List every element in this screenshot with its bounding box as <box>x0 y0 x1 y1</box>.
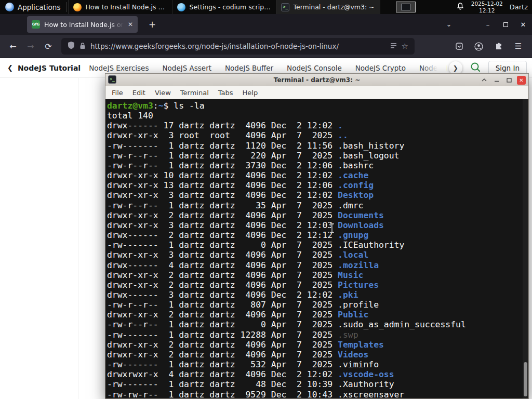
url-bar[interactable]: https://www.geeksforgeeks.org/node-js/in… <box>61 38 415 55</box>
terminal-body[interactable]: dartz@vm3:~$ ls -latotal 140drwx------ 1… <box>105 99 528 398</box>
close-button[interactable]: ✕ <box>517 76 526 85</box>
applications-label: Applications <box>18 3 60 11</box>
sitenav-item-assert[interactable]: NodeJS Assert <box>162 64 211 72</box>
minimize-button[interactable] <box>492 76 501 85</box>
terminal-line: drwxr-xr-x 13 dartz dartz 4096 Dec 2 12:… <box>107 180 528 190</box>
terminal-icon: >_ <box>281 3 289 11</box>
terminal-line: drwxr-xr-x 3 root root 4096 Apr 7 2025 .… <box>107 130 528 140</box>
taskbar-item-label: Settings - codium script... <box>189 3 271 11</box>
panel-clock[interactable]: 2025-12-02 12:12 <box>471 1 503 14</box>
search-icon[interactable] <box>470 62 481 74</box>
taskbar-item-firefox[interactable]: How to Install Node.js o... <box>68 0 172 14</box>
terminal-line: dartz@vm3:~$ ls -la <box>107 101 528 111</box>
geeksforgeeks-favicon: GfG <box>32 20 40 29</box>
terminal-line: -rw-rw-r-- 1 dartz dartz 9529 Dec 2 10:4… <box>107 390 528 398</box>
terminal-icon: >_ <box>108 75 116 84</box>
panel-separator <box>66 2 67 12</box>
terminal-line: drwxr-xr-x 2 dartz dartz 4096 Apr 7 2025… <box>107 350 528 360</box>
terminal-window: >_ Terminal - dartz@vm3: ~ ✕ File Edit V… <box>105 73 529 399</box>
terminal-line: -rw-r--r-- 1 dartz dartz 807 Apr 7 2025 … <box>107 300 528 310</box>
terminal-line: drwx------ 4 dartz dartz 4096 Apr 7 2025… <box>107 260 528 270</box>
taskbar-item-codium[interactable]: Settings - codium script... <box>172 0 276 14</box>
maximize-button[interactable] <box>497 14 514 35</box>
terminal-line: drwxr-xr-x 2 dartz dartz 4096 Apr 7 2025… <box>107 310 528 320</box>
menu-view[interactable]: View <box>150 88 176 98</box>
terminal-line: drwxrwxr-x 4 dartz dartz 4096 Dec 2 12:0… <box>107 369 528 379</box>
terminal-line: -rw------- 1 dartz dartz 532 Apr 7 2025 … <box>107 360 528 369</box>
new-tab-button[interactable]: + <box>146 18 158 31</box>
terminal-output: dartz@vm3:~$ ls -latotal 140drwx------ 1… <box>107 101 528 398</box>
sitenav-item-buffer[interactable]: NodeJS Buffer <box>225 64 273 72</box>
terminal-line: drwx------ 3 dartz dartz 4096 Dec 2 12:0… <box>107 290 528 300</box>
forward-button[interactable]: → <box>23 38 38 54</box>
window-taskbar: How to Install Node.js o... Settings - c… <box>68 0 380 14</box>
minimize-button[interactable]: – <box>479 14 497 35</box>
terminal-line: -rw------- 1 dartz dartz 0 Apr 7 2025 .I… <box>107 240 528 250</box>
sitenav-item-crypto[interactable]: NodeJS Crypto <box>355 64 406 72</box>
tab-close-icon[interactable]: ✕ <box>128 21 133 28</box>
taskbar-item-label: Terminal - dartz@vm3: ~ <box>293 3 374 11</box>
reader-mode-icon[interactable] <box>390 42 397 51</box>
sitenav-item-console[interactable]: NodeJS Console <box>287 64 342 72</box>
clock-date: 2025-12-02 <box>471 1 503 7</box>
panel-status-area: 2025-12-02 12:12 Dartz <box>456 0 532 14</box>
user-menu[interactable]: Dartz <box>510 3 528 11</box>
maximize-button[interactable] <box>504 76 513 85</box>
terminal-line: -rw------- 1 dartz dartz 48 Dec 2 10:39 … <box>107 379 528 389</box>
menu-icon[interactable]: ☰ <box>511 39 526 54</box>
terminal-line: -rw-r--r-- 1 dartz dartz 3730 Dec 2 12:0… <box>107 161 528 170</box>
menu-help[interactable]: Help <box>238 88 263 98</box>
reload-button[interactable]: ⟳ <box>41 38 56 54</box>
terminal-line: drwxr-xr-x 3 dartz dartz 4096 Dec 2 12:0… <box>107 220 528 230</box>
workspace-pager[interactable] <box>396 2 416 12</box>
extensions-icon[interactable] <box>491 39 506 54</box>
maximize-icon <box>503 22 508 27</box>
menu-tabs[interactable]: Tabs <box>214 88 238 98</box>
terminal-line: -rw-r--r-- 1 dartz dartz 0 Apr 7 2025 .s… <box>107 320 528 329</box>
sitenav-item-exercises[interactable]: NodeJS Exercises <box>89 64 149 72</box>
notification-bell-icon[interactable] <box>456 2 464 12</box>
menu-file[interactable]: File <box>107 88 128 98</box>
taskbar-item-terminal[interactable]: >_ Terminal - dartz@vm3: ~ <box>276 0 380 14</box>
browser-tabbar: GfG How to Install Node.js on ✕ + ⌄ – ✕ <box>0 14 532 35</box>
terminal-line: drwxr-xr-x 2 dartz dartz 4096 Apr 7 2025… <box>107 280 528 290</box>
terminal-titlebar[interactable]: >_ Terminal - dartz@vm3: ~ ✕ <box>105 74 528 86</box>
top-panel: Applications How to Install Node.js o...… <box>0 0 532 14</box>
bookmark-star-icon[interactable]: ☆ <box>402 42 408 51</box>
shade-button[interactable] <box>480 76 488 85</box>
codium-icon <box>177 3 185 11</box>
terminal-line: drwx------ 2 dartz dartz 4096 Dec 2 12:1… <box>107 230 528 240</box>
padlock-icon[interactable] <box>79 42 86 51</box>
clock-time: 12:12 <box>471 7 503 14</box>
firefox-icon <box>73 3 82 11</box>
terminal-line: drwx------ 17 dartz dartz 4096 Dec 2 12:… <box>107 121 528 130</box>
applications-menu[interactable]: Applications <box>0 0 65 14</box>
close-button[interactable]: ✕ <box>514 14 532 35</box>
menu-edit[interactable]: Edit <box>128 88 150 98</box>
terminal-line: drwxr-xr-x 2 dartz dartz 4096 Apr 7 2025… <box>107 340 528 350</box>
terminal-line: -rw-r--r-- 1 dartz dartz 220 Apr 7 2025 … <box>107 151 528 161</box>
scrollbar-thumb[interactable] <box>524 362 527 396</box>
terminal-line: -rw-r--r-- 1 dartz dartz 35 Apr 7 2025 .… <box>107 201 528 210</box>
account-icon[interactable] <box>471 39 486 54</box>
sitenav-active-label: NodeJS Tutorial <box>18 64 81 72</box>
carousel-next-button[interactable]: ❯ <box>449 61 462 75</box>
back-button[interactable]: ← <box>5 38 21 54</box>
tab-title: How to Install Node.js on <box>44 21 124 29</box>
terminal-menubar: File Edit View Terminal Tabs Help <box>105 86 528 99</box>
browser-tab[interactable]: GfG How to Install Node.js on ✕ <box>27 16 138 33</box>
carousel-prev-icon[interactable]: ❮ <box>7 64 13 72</box>
tracking-shield-icon[interactable] <box>68 41 75 51</box>
applications-icon <box>5 3 14 11</box>
pager-window-thumbnail <box>401 4 410 10</box>
sitenav-item-tutorial[interactable]: ❮ NodeJS Tutorial <box>7 64 81 72</box>
list-all-tabs-button[interactable]: ⌄ <box>443 19 455 30</box>
browser-navbar: ← → ⟳ https://www.geeksforgeeks.org/node… <box>0 35 532 58</box>
terminal-scrollbar[interactable] <box>523 99 528 398</box>
pocket-icon[interactable] <box>451 39 467 54</box>
terminal-line: drwxr-xr-x 2 dartz dartz 4096 Apr 7 2025… <box>107 270 528 280</box>
terminal-line: -rw------- 1 dartz dartz 12288 Apr 7 202… <box>107 330 528 340</box>
sidebar-divider <box>78 78 78 399</box>
terminal-line: drwxr-xr-x 3 dartz dartz 4096 Apr 7 2025… <box>107 250 528 260</box>
menu-terminal[interactable]: Terminal <box>176 88 214 98</box>
